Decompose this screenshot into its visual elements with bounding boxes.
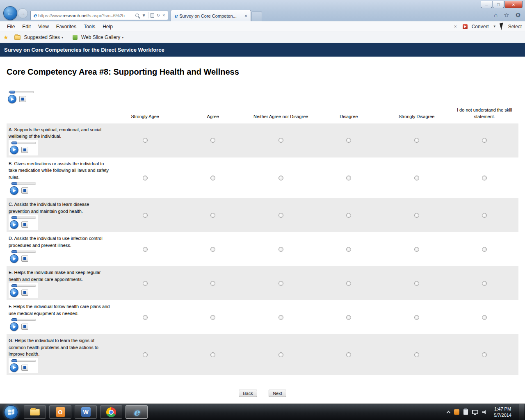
radio-E-4[interactable] (346, 281, 351, 286)
home-icon[interactable]: ⌂ (494, 11, 498, 19)
radio-G-3[interactable] (278, 352, 283, 357)
start-button[interactable] (4, 405, 18, 419)
favorites-item-web-slice-gallery[interactable]: Web Slice Gallery ▾ (80, 34, 125, 41)
menu-file[interactable]: File (3, 23, 18, 31)
audio-progress-slider[interactable] (11, 183, 36, 185)
minimize-button[interactable]: – (481, 1, 492, 8)
radio-C-2[interactable] (210, 213, 215, 218)
menu-tools[interactable]: Tools (80, 23, 99, 31)
new-tab-stub[interactable] (251, 11, 262, 21)
stop-button-icon[interactable] (19, 96, 26, 102)
radio-C-6[interactable] (482, 213, 487, 218)
radio-B-5[interactable] (414, 176, 419, 180)
slider-handle-icon[interactable] (11, 216, 17, 219)
radio-C-4[interactable] (346, 213, 351, 218)
audio-progress-slider[interactable] (11, 360, 36, 362)
stop-button-icon[interactable] (21, 187, 28, 194)
radio-G-6[interactable] (482, 352, 487, 357)
radio-F-6[interactable] (482, 315, 487, 320)
tools-gear-icon[interactable]: ⚙ (516, 11, 521, 19)
favorites-star-icon[interactable]: ☆ (504, 11, 509, 19)
radio-G-5[interactable] (414, 352, 419, 357)
menu-view[interactable]: View (34, 23, 52, 31)
stop-button-icon[interactable] (21, 256, 28, 262)
browser-back-button[interactable]: ← (3, 6, 17, 20)
play-button-icon[interactable] (10, 288, 18, 297)
radio-A-3[interactable] (278, 138, 283, 143)
stop-button-icon[interactable] (21, 324, 28, 330)
radio-B-3[interactable] (278, 176, 283, 180)
play-button-icon[interactable] (10, 254, 18, 263)
radio-D-2[interactable] (210, 247, 215, 252)
radio-F-2[interactable] (210, 315, 215, 320)
radio-F-1[interactable] (143, 315, 148, 320)
radio-F-4[interactable] (346, 315, 351, 320)
toolbar-close-icon[interactable]: × (452, 24, 459, 30)
menu-favorites[interactable]: Favorites (52, 23, 80, 31)
audio-progress-slider[interactable] (11, 251, 36, 253)
radio-C-1[interactable] (143, 213, 148, 218)
stop-button-icon[interactable] (21, 147, 28, 153)
address-dropdown-icon[interactable]: ▼ (142, 13, 146, 18)
play-button-icon[interactable] (10, 363, 18, 372)
taskbar-explorer-button[interactable] (24, 405, 46, 419)
radio-F-5[interactable] (414, 315, 419, 320)
audio-progress-slider[interactable] (11, 142, 36, 144)
radio-E-2[interactable] (210, 281, 215, 286)
radio-C-3[interactable] (278, 213, 283, 218)
taskbar-ie-button[interactable]: e (126, 405, 148, 419)
tab-close-icon[interactable]: × (244, 13, 248, 19)
compatibility-view-icon[interactable] (151, 13, 154, 18)
convert-button[interactable]: Convert (472, 24, 489, 30)
radio-D-3[interactable] (278, 247, 283, 252)
audio-progress-slider[interactable] (9, 91, 34, 93)
refresh-icon[interactable]: ↻ (157, 13, 160, 18)
audio-progress-slider[interactable] (11, 285, 36, 287)
radio-E-5[interactable] (414, 281, 419, 286)
address-bar[interactable]: e https://www.research.net/s.aspx?sm=6%2… (30, 11, 168, 20)
tray-antivirus-icon[interactable] (454, 409, 459, 415)
radio-B-4[interactable] (346, 176, 351, 180)
radio-A-2[interactable] (210, 138, 215, 143)
audio-progress-slider[interactable] (11, 217, 36, 219)
tray-clipboard-icon[interactable] (463, 409, 468, 415)
next-button[interactable]: Next (269, 390, 286, 397)
slider-handle-icon[interactable] (11, 182, 17, 185)
slider-handle-icon[interactable] (9, 91, 15, 94)
radio-G-2[interactable] (210, 352, 215, 357)
tray-expand-icon[interactable] (447, 411, 451, 415)
radio-G-4[interactable] (346, 352, 351, 357)
menu-edit[interactable]: Edit (18, 23, 34, 31)
stop-button-icon[interactable] (21, 290, 28, 296)
browser-forward-button[interactable]: → (18, 8, 28, 18)
taskbar-outlook-button[interactable]: O (49, 405, 71, 419)
radio-E-3[interactable] (278, 281, 283, 286)
radio-G-1[interactable] (143, 352, 148, 357)
slider-handle-icon[interactable] (11, 142, 17, 144)
play-button-icon[interactable] (10, 186, 18, 195)
radio-E-1[interactable] (143, 281, 148, 286)
show-desktop-button[interactable] (519, 404, 524, 420)
radio-A-6[interactable] (482, 138, 487, 143)
restore-button[interactable]: □ (493, 1, 504, 8)
audio-progress-slider[interactable] (11, 319, 36, 321)
taskbar-chrome-button[interactable] (100, 405, 122, 419)
add-favorite-star-icon[interactable]: ★ (3, 34, 9, 41)
stop-icon[interactable]: × (162, 13, 165, 18)
menu-help[interactable]: Help (99, 23, 116, 31)
tray-volume-icon[interactable] (482, 410, 488, 415)
favorites-item-suggested-sites[interactable]: Suggested Sites ▾ (23, 34, 64, 41)
stop-button-icon[interactable] (21, 221, 28, 228)
slider-handle-icon[interactable] (11, 359, 17, 362)
play-button-icon[interactable] (10, 146, 18, 154)
play-button-icon[interactable] (8, 95, 16, 103)
radio-A-1[interactable] (143, 138, 148, 143)
back-button[interactable]: Back (239, 390, 257, 397)
slider-handle-icon[interactable] (11, 284, 17, 287)
taskbar-clock[interactable]: 1:47 PM 5/7/2014 (494, 406, 511, 418)
stop-button-icon[interactable] (21, 365, 28, 371)
radio-A-5[interactable] (414, 138, 419, 143)
play-button-icon[interactable] (10, 220, 18, 229)
taskbar-word-button[interactable]: W (75, 405, 97, 419)
radio-D-5[interactable] (414, 247, 419, 252)
